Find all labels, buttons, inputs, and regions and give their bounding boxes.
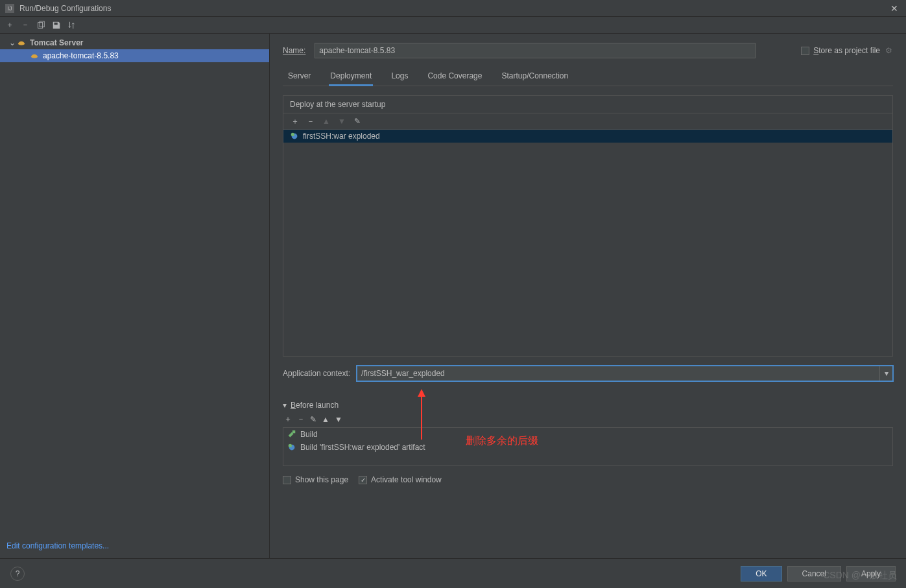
before-launch-item-label: Build 'firstSSH:war exploded' artifact <box>300 443 425 452</box>
content-panel: Name: Store as project file ⚙ Server Dep… <box>270 34 906 558</box>
edit-task-icon: ✎ <box>310 415 316 424</box>
sidebar: ⌄ Tomcat Server apache-tomcat-8.5.83 Edi… <box>0 34 270 558</box>
activate-tool-window-checkbox[interactable]: ✓ Activate tool window <box>359 475 442 484</box>
app-icon: IJ <box>5 4 14 13</box>
edit-templates-link[interactable]: Edit configuration templates... <box>6 541 109 550</box>
tab-server[interactable]: Server <box>287 67 312 86</box>
before-launch-header[interactable]: ▾ Before launch <box>283 401 893 410</box>
artifact-toolbar: ＋ － ▲ ▼ ✎ <box>283 113 892 129</box>
artifact-item[interactable]: firstSSH:war exploded <box>283 130 892 143</box>
sidebar-toolbar: ＋ － <box>0 17 906 34</box>
artifact-list[interactable]: firstSSH:war exploded <box>283 129 892 356</box>
tab-startup-connection[interactable]: Startup/Connection <box>500 67 569 86</box>
artifact-icon <box>287 443 296 452</box>
add-artifact-icon[interactable]: ＋ <box>290 116 300 126</box>
move-down-icon: ▼ <box>337 116 347 126</box>
show-this-page-checkbox[interactable]: Show this page <box>283 475 348 484</box>
ok-button[interactable]: OK <box>741 566 781 582</box>
tree-group-tomcat[interactable]: ⌄ Tomcat Server <box>0 36 269 49</box>
move-up-icon: ▲ <box>322 415 329 424</box>
remove-artifact-icon[interactable]: － <box>305 116 316 126</box>
svg-point-6 <box>289 444 292 447</box>
app-context-input[interactable] <box>357 369 879 378</box>
store-label: Store as project file <box>813 46 880 55</box>
remove-icon[interactable]: － <box>19 19 31 31</box>
help-icon[interactable]: ? <box>10 567 25 581</box>
apply-button[interactable]: Apply <box>846 566 896 582</box>
close-icon[interactable]: ✕ <box>888 3 901 14</box>
remove-task-icon: － <box>297 414 305 425</box>
tomcat-icon <box>30 51 39 60</box>
chevron-down-icon[interactable]: ▾ <box>879 366 892 381</box>
name-label: Name: <box>283 46 305 55</box>
app-context-label: Application context: <box>283 369 350 378</box>
before-launch-toolbar: ＋ － ✎ ▲ ▼ <box>283 410 893 427</box>
before-launch-section: ▾ Before launch ＋ － ✎ ▲ ▼ Build Build 'f… <box>283 401 893 466</box>
move-down-icon: ▼ <box>335 415 342 424</box>
app-context-combo[interactable]: ▾ <box>357 366 893 381</box>
chevron-down-icon: ⌄ <box>9 38 17 47</box>
chevron-down-icon: ▾ <box>283 401 287 410</box>
app-context-row: Application context: ▾ <box>283 366 893 381</box>
svg-rect-4 <box>292 430 295 433</box>
window-title: Run/Debug Configurations <box>19 4 888 13</box>
before-launch-item[interactable]: Build <box>283 428 892 441</box>
checkbox-checked[interactable]: ✓ <box>359 476 367 484</box>
sort-icon <box>66 19 78 31</box>
tab-logs[interactable]: Logs <box>390 67 409 86</box>
svg-point-3 <box>291 133 294 136</box>
store-checkbox[interactable] <box>801 47 809 55</box>
add-icon[interactable]: ＋ <box>4 19 16 31</box>
gear-icon[interactable]: ⚙ <box>884 46 893 55</box>
before-launch-list[interactable]: Build Build 'firstSSH:war exploded' arti… <box>283 427 893 466</box>
footer-buttons: OK Cancel Apply <box>741 566 896 582</box>
config-tree: ⌄ Tomcat Server apache-tomcat-8.5.83 <box>0 34 269 536</box>
checks-row: Show this page ✓ Activate tool window <box>283 475 893 484</box>
tree-item-label: apache-tomcat-8.5.83 <box>43 51 119 60</box>
artifact-label: firstSSH:war exploded <box>303 132 380 141</box>
hammer-icon <box>287 430 296 439</box>
before-launch-item[interactable]: Build 'firstSSH:war exploded' artifact <box>283 441 892 454</box>
main-area: ⌄ Tomcat Server apache-tomcat-8.5.83 Edi… <box>0 34 906 558</box>
deploy-section: Deploy at the server startup ＋ － ▲ ▼ ✎ f… <box>283 95 893 357</box>
tab-deployment[interactable]: Deployment <box>329 67 373 86</box>
edit-templates-link-wrap: Edit configuration templates... <box>0 536 269 558</box>
save-icon[interactable] <box>51 19 62 31</box>
tabs: Server Deployment Logs Code Coverage Sta… <box>283 67 893 86</box>
tree-group-label: Tomcat Server <box>30 38 83 47</box>
add-task-icon[interactable]: ＋ <box>284 414 292 425</box>
checkbox-empty[interactable] <box>283 476 291 484</box>
cancel-button[interactable]: Cancel <box>787 566 841 582</box>
before-launch-title: Before launch <box>291 401 339 410</box>
tab-code-coverage[interactable]: Code Coverage <box>426 67 483 86</box>
artifact-icon <box>290 132 299 141</box>
name-input[interactable] <box>315 43 756 58</box>
tomcat-icon <box>17 38 26 47</box>
edit-artifact-icon[interactable]: ✎ <box>352 116 363 126</box>
activate-tool-window-label: Activate tool window <box>371 475 442 484</box>
titlebar: IJ Run/Debug Configurations ✕ <box>0 0 906 17</box>
show-this-page-label: Show this page <box>295 475 348 484</box>
copy-icon[interactable] <box>35 19 47 31</box>
deploy-section-title: Deploy at the server startup <box>283 96 892 113</box>
before-launch-item-label: Build <box>300 430 318 439</box>
move-up-icon: ▲ <box>321 116 331 126</box>
name-row: Name: Store as project file ⚙ <box>283 43 893 58</box>
store-as-project-file[interactable]: Store as project file ⚙ <box>801 46 893 55</box>
tree-item-apache-tomcat[interactable]: apache-tomcat-8.5.83 <box>0 49 269 62</box>
footer: ? OK Cancel Apply <box>0 558 906 588</box>
